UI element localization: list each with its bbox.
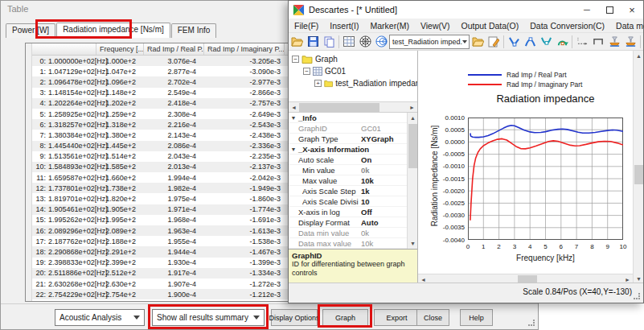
property-row[interactable]: Max value10k [289, 175, 407, 186]
property-row[interactable]: Data max value10k [289, 238, 407, 249]
scrollbar-thumb[interactable] [408, 124, 417, 168]
titlebar[interactable]: Descartes - [* Untitled] ─ × [289, 1, 643, 19]
new-table-icon[interactable] [341, 35, 357, 49]
legend-entry: Rad Imp / Real Part [468, 70, 582, 80]
marker-loop-icon[interactable] [554, 35, 570, 49]
property-row[interactable]: Auto scaleOn [289, 155, 407, 165]
property-value[interactable]: On [361, 155, 407, 164]
edit-data-icon[interactable] [486, 35, 502, 49]
menu-file[interactable]: File(F) [289, 21, 324, 31]
property-row[interactable]: Axis Scale Step1k [289, 186, 407, 196]
cell-real: 2.702e-4 [144, 78, 204, 86]
resize-grip[interactable] [634, 293, 640, 299]
y-tick-label: -0.0015 [429, 175, 465, 183]
menu-output-data[interactable]: Output Data(O) [456, 21, 525, 31]
property-value[interactable]: 10 [361, 197, 407, 206]
property-row[interactable]: Axis Scale Divisi10 [289, 196, 407, 207]
marker-v-icon[interactable] [506, 35, 522, 49]
menu-data-memory[interactable]: Data memory(S) [610, 21, 644, 31]
scroll-up-icon[interactable]: ▲ [408, 113, 417, 122]
save-icon[interactable] [305, 35, 321, 49]
scroll-up-icon[interactable]: ▲ [634, 52, 643, 60]
col-header-frequency[interactable]: Frequency [... [96, 43, 144, 55]
property-value[interactable]: 0k [361, 229, 407, 237]
line-style-icon[interactable] [574, 35, 590, 49]
y-tick-label: 0.0005 [429, 126, 465, 134]
open-file-icon[interactable] [289, 35, 305, 49]
smith-chart-icon[interactable] [373, 35, 389, 49]
stamp-down-icon[interactable] [606, 35, 622, 49]
property-value[interactable]: 10k [361, 239, 407, 248]
polar-graph-icon[interactable] [357, 35, 373, 49]
scroll-down-icon[interactable]: ▼ [408, 239, 417, 248]
marker-peak-icon[interactable] [522, 35, 538, 49]
property-label: X-axis in log [298, 208, 361, 217]
property-row[interactable]: Min value0k [289, 165, 407, 175]
marker-valley-icon[interactable] [538, 35, 554, 49]
expand-icon[interactable]: + [314, 80, 322, 87]
property-row[interactable]: X-axis in logOff [289, 207, 407, 217]
analysis-select[interactable]: Acoustic Analysis [55, 309, 145, 326]
collapse-icon[interactable]: − [303, 68, 310, 75]
resize-grip[interactable] [528, 320, 535, 326]
scrollbar-thumb[interactable] [634, 165, 643, 184]
chart-vertical-scrollbar[interactable]: ▲ ▼ [633, 51, 643, 284]
tree-item-gc01[interactable]: − GC01 [289, 65, 417, 77]
export-button[interactable]: Export [374, 309, 420, 326]
display-options-button[interactable]: Display Options [271, 309, 318, 326]
tab-fem-info[interactable]: FEM Info [171, 23, 217, 38]
property-value[interactable]: 0k [361, 166, 407, 175]
property-value[interactable]: XYGraph [361, 134, 407, 143]
close-window-button[interactable]: × [621, 1, 643, 19]
row-label: 11:1.659587e+02[Hz] [32, 174, 96, 182]
cell-real: 1.982e-4 [144, 184, 204, 192]
chart-canvas[interactable]: Rad Imp / Real PartRad Imp / Imaginary P… [418, 51, 633, 274]
menu-marker[interactable]: Marker(M) [365, 21, 415, 31]
step-line-icon[interactable] [590, 35, 606, 49]
cell-frequency: 2.512e+2 [96, 269, 144, 277]
property-section[interactable]: ▼_Info [289, 113, 407, 123]
collapse-icon[interactable]: − [292, 56, 299, 63]
minimize-button[interactable]: ─ [576, 1, 598, 19]
property-value[interactable]: Auto [361, 218, 407, 227]
tree-item-dataset[interactable]: + test_Radiation impedance .p [289, 77, 417, 89]
scrollbar-thumb[interactable] [299, 103, 379, 112]
property-value[interactable]: Off [361, 208, 407, 217]
property-row[interactable]: Display FormatAuto [289, 217, 407, 228]
open-data-icon[interactable] [470, 35, 486, 49]
graph-button[interactable]: Graph [322, 309, 368, 326]
property-row[interactable]: GraphIDGC01 [289, 123, 407, 134]
property-label: Axis Scale Step [298, 187, 361, 196]
tab-power[interactable]: Power [W] [6, 23, 55, 38]
property-value[interactable]: GC01 [361, 124, 407, 133]
col-header-imaginary[interactable]: Rad Imp / Imaginary P... [204, 43, 285, 55]
property-label: Axis Scale Divisi [298, 197, 361, 206]
menu-view[interactable]: View(V) [415, 21, 456, 31]
menu-insert[interactable]: Insert(I) [324, 21, 364, 31]
col-header-real[interactable]: Rad Imp / Real P... [144, 43, 204, 55]
property-row[interactable]: Data min value0k [289, 228, 407, 238]
properties-vertical-scrollbar[interactable]: ▲ ▼ [407, 113, 417, 249]
help-button[interactable]: Help [460, 309, 493, 326]
maximize-button[interactable] [598, 1, 621, 19]
close-button[interactable]: Close [416, 309, 449, 326]
stamp-up-icon[interactable] [622, 35, 638, 49]
property-section[interactable]: ▼_X-axis Information [289, 144, 407, 155]
property-value[interactable]: 1k [361, 187, 407, 196]
tab-radiation-impedance[interactable]: Radiation impedance [Ns/m] [56, 23, 170, 38]
scroll-right-icon[interactable]: ► [408, 103, 416, 112]
row-label: 5:1.258925e+02[Hz] [32, 110, 96, 118]
cell-frequency: 1.514e+2 [96, 152, 144, 160]
property-row[interactable]: Graph TypeXYGraph [289, 134, 407, 144]
summary-select[interactable]: Show all results summary [152, 309, 265, 326]
col-header-rowlabel[interactable] [32, 43, 96, 55]
property-label: GraphID [298, 124, 361, 133]
scroll-left-icon[interactable]: ◄ [289, 103, 298, 112]
dataset-combobox[interactable]: test_Radiation imped. [389, 35, 470, 49]
x-tick-label: 7 [568, 243, 585, 250]
property-value[interactable]: 10k [361, 176, 407, 185]
tree-horizontal-scrollbar[interactable]: ◄ ► [289, 102, 417, 113]
copy-icon[interactable] [321, 35, 337, 49]
menu-data-conversion[interactable]: Data Conversion(C) [524, 21, 610, 31]
tree-item-graph[interactable]: − Graph [289, 53, 417, 65]
